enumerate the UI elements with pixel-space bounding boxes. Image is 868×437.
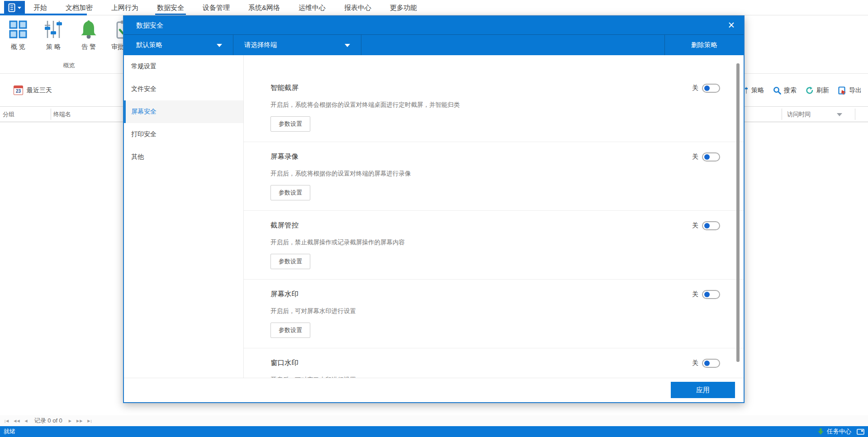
- application-window: 开始 文档加密 上网行为 数据安全 设备管理 系统&网络 运维中心 报表中心 更…: [0, 0, 868, 437]
- smart-screenshot-toggle[interactable]: [702, 84, 720, 93]
- menu-bar: 开始 文档加密 上网行为 数据安全 设备管理 系统&网络 运维中心 报表中心 更…: [0, 0, 868, 15]
- setting-title: 智能截屏: [270, 83, 299, 93]
- task-center-label: 任务中心: [827, 428, 851, 436]
- menu-item-start[interactable]: 开始: [33, 0, 48, 15]
- param-settings-button[interactable]: 参数设置: [270, 116, 310, 132]
- search-icon: [773, 86, 781, 95]
- sidebar-item-general-settings[interactable]: 常规设置: [124, 55, 243, 78]
- tool-label: 策 略: [46, 43, 61, 51]
- status-bar: 就绪 任务中心: [0, 426, 868, 437]
- action-label: 搜索: [784, 86, 797, 95]
- menu-item-system-network[interactable]: 系统&网络: [247, 0, 281, 15]
- column-header-terminal[interactable]: 终端名: [53, 107, 71, 122]
- chevron-down-icon: [18, 7, 21, 9]
- refresh-action[interactable]: 刷新: [806, 86, 829, 95]
- data-security-dialog: 数据安全 × 默认策略 请选择终端 删除策略 常规设置 文件安全 屏幕安全 打印…: [123, 15, 745, 403]
- overview-grid-icon: [8, 19, 28, 40]
- setting-screenshot-control: 截屏管控 关 开启后，禁止截屏操作或记录截屏操作的屏幕内容 参数设置: [244, 211, 744, 280]
- sidebar-item-screen-security[interactable]: 屏幕安全: [124, 100, 243, 123]
- param-settings-button[interactable]: 参数设置: [270, 185, 310, 200]
- date-range-filter[interactable]: 23 最近三天: [14, 74, 52, 107]
- tool-alert[interactable]: 告 警: [73, 19, 104, 51]
- task-window-icon[interactable]: [857, 429, 864, 435]
- toggle-knob: [704, 292, 710, 297]
- policy-dropdown[interactable]: 默认策略: [124, 35, 233, 55]
- setting-title: 窗口水印: [270, 358, 299, 368]
- action-bar: 策略 搜索 刷新 导出: [741, 74, 862, 107]
- action-label: 刷新: [816, 86, 829, 95]
- tool-policy[interactable]: 策 略: [38, 19, 69, 51]
- setting-description: 开启后，禁止截屏操作或记录截屏操作的屏幕内容: [270, 238, 720, 247]
- tool-label: 概 览: [11, 43, 25, 51]
- action-label: 导出: [849, 86, 862, 95]
- screenshot-control-toggle[interactable]: [702, 221, 720, 230]
- dropdown-bar-spacer: [361, 35, 665, 55]
- task-center-button[interactable]: 任务中心: [818, 428, 851, 436]
- export-icon: [838, 86, 846, 95]
- column-separator: [855, 109, 855, 120]
- calendar-icon: 23: [14, 86, 23, 95]
- toggle-state-label: 关: [692, 359, 698, 367]
- tool-label: 告 警: [81, 43, 96, 51]
- screen-recording-toggle[interactable]: [702, 152, 720, 162]
- date-range-label: 最近三天: [27, 86, 52, 95]
- export-action[interactable]: 导出: [838, 86, 862, 95]
- dialog-footer: 应用: [124, 378, 744, 402]
- policy-dropdown-value: 默认策略: [136, 41, 162, 49]
- pager-next-page-button[interactable]: ▶▶: [76, 419, 83, 423]
- setting-smart-screenshot: 智能截屏 关 开启后，系统将会根据你的设置对终端桌面进行定时截屏，并智能归类 参…: [244, 73, 744, 142]
- pagination-bar: |◀ ◀◀ ◀ 记录 0 of 0 ▶ ▶▶ ▶|: [0, 415, 868, 426]
- menu-item-doc-encryption[interactable]: 文档加密: [65, 0, 94, 15]
- setting-title: 截屏管控: [270, 221, 299, 230]
- setting-description: 开启后，系统将根据你的设置对终端的屏幕进行录像: [270, 170, 720, 178]
- column-filter-caret-icon[interactable]: [837, 113, 842, 116]
- scrollbar-thumb[interactable]: [736, 63, 740, 362]
- refresh-icon: [806, 86, 814, 95]
- close-icon[interactable]: ×: [728, 19, 735, 31]
- toggle-knob: [704, 154, 710, 160]
- record-count-text: 记录 0 of 0: [34, 417, 62, 425]
- sidebar-item-print-security[interactable]: 打印安全: [124, 123, 243, 146]
- terminal-dropdown-placeholder: 请选择终端: [244, 41, 277, 49]
- apply-button[interactable]: 应用: [671, 382, 735, 398]
- toggle-knob: [704, 361, 710, 366]
- policy-sliders-icon: [43, 19, 64, 40]
- setting-window-watermark: 窗口水印 关 开启后，可对窗口水印进行设置: [244, 348, 744, 378]
- window-watermark-toggle[interactable]: [702, 359, 720, 368]
- menu-item-device-management[interactable]: 设备管理: [202, 0, 231, 15]
- search-action[interactable]: 搜索: [773, 86, 797, 95]
- menu-item-data-security[interactable]: 数据安全: [156, 0, 185, 15]
- download-arrow-icon: [818, 428, 824, 435]
- menu-item-ops-center[interactable]: 运维中心: [298, 0, 327, 15]
- action-label: 策略: [751, 86, 764, 95]
- column-header-access-time[interactable]: 访问时间: [787, 107, 811, 122]
- setting-screen-watermark: 屏幕水印 关 开启后，可对屏幕水印进行设置 参数设置: [244, 280, 744, 348]
- column-header-group[interactable]: 分组: [3, 107, 14, 122]
- pager-prev-page-button[interactable]: ◀◀: [14, 419, 20, 423]
- app-menu-button[interactable]: [4, 1, 25, 14]
- dialog-sidebar: 常规设置 文件安全 屏幕安全 打印安全 其他: [124, 55, 244, 378]
- delete-policy-button[interactable]: 删除策略: [665, 35, 744, 55]
- screen-watermark-toggle[interactable]: [702, 290, 720, 299]
- dialog-body: 常规设置 文件安全 屏幕安全 打印安全 其他 智能截屏 关 开启后，系统将会根据…: [124, 55, 744, 378]
- chevron-down-icon: [217, 44, 222, 47]
- sidebar-item-other[interactable]: 其他: [124, 146, 243, 168]
- pager-next-button[interactable]: ▶: [69, 419, 72, 423]
- toggle-knob: [704, 86, 710, 91]
- menu-item-web-behavior[interactable]: 上网行为: [110, 0, 139, 15]
- menu-item-report-center[interactable]: 报表中心: [343, 0, 372, 15]
- pager-first-button[interactable]: |◀: [5, 419, 9, 423]
- toggle-state-label: 关: [692, 290, 698, 299]
- ribbon-group-label: 概览: [0, 62, 138, 70]
- param-settings-button[interactable]: 参数设置: [270, 323, 310, 338]
- terminal-dropdown[interactable]: 请选择终端: [233, 35, 361, 55]
- sidebar-item-file-security[interactable]: 文件安全: [124, 78, 243, 100]
- tool-overview[interactable]: 概 览: [3, 19, 33, 51]
- dialog-title: 数据安全: [136, 21, 163, 30]
- pager-last-button[interactable]: ▶|: [87, 419, 92, 423]
- menu-item-more-functions[interactable]: 更多功能: [389, 0, 418, 15]
- setting-description: 开启后，可对屏幕水印进行设置: [270, 307, 720, 315]
- param-settings-button[interactable]: 参数设置: [270, 254, 310, 269]
- pager-prev-button[interactable]: ◀: [25, 419, 28, 423]
- ribbon-tools: 概 览 策 略: [3, 19, 139, 51]
